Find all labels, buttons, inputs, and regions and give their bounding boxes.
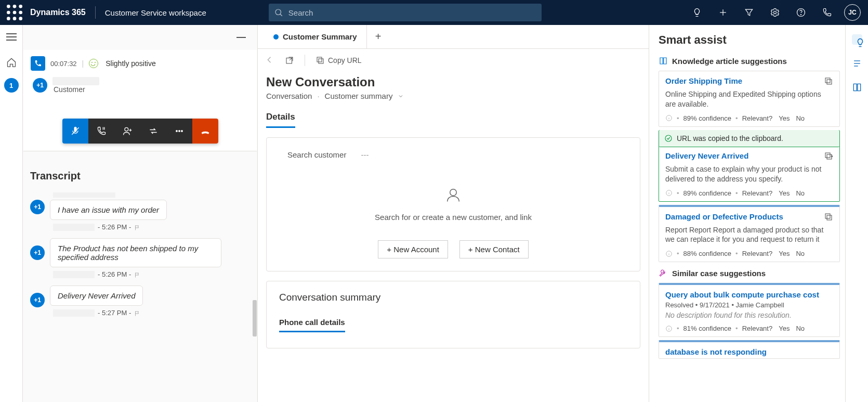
svg-point-6 <box>7 17 10 20</box>
kb-title[interactable]: Delivery Never Arrived <box>665 151 748 160</box>
kb-card-highlighted: URL was copied to the clipboard. Deliver… <box>659 130 840 202</box>
mute-button[interactable] <box>62 119 88 144</box>
svg-point-4 <box>13 11 17 15</box>
wrench-icon <box>659 268 668 278</box>
info-icon <box>665 250 673 257</box>
user-avatar[interactable]: JC <box>844 4 861 21</box>
kb-yes[interactable]: Yes <box>779 189 790 197</box>
new-account-button[interactable]: + New Account <box>378 240 448 258</box>
app-launcher-icon[interactable] <box>4 2 25 23</box>
scrollbar-thumb[interactable] <box>253 300 257 336</box>
case-no[interactable]: No <box>796 325 805 332</box>
cmd-divider <box>305 55 305 66</box>
agent-scripts-rail-icon[interactable] <box>852 58 862 69</box>
back-button[interactable] <box>265 55 274 66</box>
gear-icon[interactable] <box>763 1 787 24</box>
copy-link-icon[interactable] <box>824 151 833 162</box>
kb-relevant-label: Relevant? <box>742 114 773 122</box>
brand-label: Dynamics 365 <box>30 8 86 17</box>
consult-button[interactable] <box>114 119 140 144</box>
kb-desc: Submit a case to explain why your produc… <box>665 164 833 184</box>
tab-phone-details[interactable]: Phone call details <box>279 318 345 332</box>
case-title[interactable]: Query about bulk compute purchase cost <box>665 290 819 299</box>
person-icon <box>445 187 461 204</box>
svg-point-15 <box>801 15 801 15</box>
knowledge-rail-icon[interactable] <box>852 82 862 93</box>
global-search-input[interactable] <box>288 8 536 17</box>
breadcrumb-b[interactable]: Customer summary <box>325 92 393 100</box>
conv-header <box>23 25 257 50</box>
conv-summary-title: Conversation summary <box>279 292 627 303</box>
new-tab-button[interactable]: + <box>367 25 390 48</box>
kb-title[interactable]: Order Shipping Time <box>665 76 742 85</box>
kb-no[interactable]: No <box>796 189 805 197</box>
hold-button[interactable] <box>88 119 114 144</box>
svg-rect-41 <box>825 214 830 218</box>
search-customer-value[interactable]: --- <box>361 150 369 159</box>
global-search[interactable] <box>269 4 542 21</box>
end-call-button[interactable] <box>192 119 218 144</box>
smart-assist-rail-icon[interactable] <box>852 34 862 45</box>
copy-link-icon[interactable] <box>824 76 833 87</box>
kb-no[interactable]: No <box>796 114 805 122</box>
kb-confidence: 89% confidence <box>683 189 732 197</box>
hamburger-icon[interactable] <box>6 33 17 42</box>
kb-card: Order Shipping Time Online Shipping and … <box>659 71 840 127</box>
session-badge[interactable]: 1 <box>4 78 19 93</box>
main-scroll: New Conversation Conversation · Customer… <box>258 72 649 402</box>
copy-url-button[interactable]: Copy URL <box>311 54 366 67</box>
kb-desc: Online Shipping and Expedited Shipping o… <box>665 89 833 109</box>
tab-label: Customer Summary <box>283 32 357 41</box>
flag-icon[interactable] <box>134 224 140 230</box>
transfer-button[interactable] <box>140 119 166 144</box>
plus-icon[interactable] <box>711 1 735 24</box>
similar-case-label: Similar case suggestions <box>672 269 766 278</box>
filter-icon[interactable] <box>737 1 761 24</box>
svg-point-28 <box>450 189 457 196</box>
message-text: I have an issue with my order <box>50 200 167 220</box>
copied-banner: URL was copied to the clipboard. <box>659 130 839 147</box>
channel-phone-icon <box>31 56 45 71</box>
kb-yes[interactable]: Yes <box>779 114 790 122</box>
case-relevant-label: Relevant? <box>742 325 773 332</box>
empty-state-text: Search for or create a new customer, and… <box>375 213 532 222</box>
tab-customer-summary[interactable]: Customer Summary <box>264 25 367 48</box>
message-text: The Product has not been shipped to my s… <box>50 238 221 267</box>
kb-card: Damaged or Defective Products Report Rep… <box>659 205 840 263</box>
svg-point-3 <box>7 11 10 15</box>
right-rail <box>845 25 868 402</box>
flag-icon[interactable] <box>134 271 140 278</box>
minimize-icon[interactable] <box>236 37 246 38</box>
case-yes[interactable]: Yes <box>779 325 790 332</box>
home-icon[interactable] <box>6 57 17 68</box>
message-time: - 5:26 PM - <box>98 223 131 231</box>
sender-placeholder <box>53 192 115 198</box>
customer-name-placeholder <box>52 77 99 85</box>
case-card: Query about bulk compute purchase cost R… <box>659 283 840 337</box>
svg-point-7 <box>13 17 17 20</box>
phone-icon[interactable] <box>815 1 839 24</box>
smart-assist-panel: Smart assist Knowledge article suggestio… <box>649 25 845 402</box>
kb-no[interactable]: No <box>796 250 805 257</box>
tab-details[interactable]: Details <box>266 112 295 128</box>
popout-button[interactable] <box>281 54 298 67</box>
help-icon[interactable] <box>789 1 813 24</box>
copy-url-label: Copy URL <box>328 56 362 64</box>
svg-rect-29 <box>827 80 832 84</box>
case-title[interactable]: database is not responding <box>665 347 767 356</box>
transcript-area: Transcript +1 I have an issue with my or… <box>23 170 257 402</box>
sentiment-icon <box>89 59 98 68</box>
message-row: +1 I have an issue with my order - 5:26 … <box>30 192 250 231</box>
more-button[interactable] <box>166 119 192 144</box>
case-confidence: 81% confidence <box>683 325 732 332</box>
breadcrumb-a[interactable]: Conversation <box>266 92 312 100</box>
flag-icon[interactable] <box>134 310 140 316</box>
lightbulb-icon[interactable] <box>685 1 709 24</box>
new-contact-button[interactable]: + New Contact <box>459 240 529 258</box>
chevron-down-icon[interactable] <box>398 93 404 99</box>
smart-assist-title: Smart assist <box>659 33 840 47</box>
svg-point-9 <box>275 9 281 15</box>
copy-link-icon[interactable] <box>824 212 833 223</box>
kb-yes[interactable]: Yes <box>779 250 790 257</box>
kb-title[interactable]: Damaged or Defective Products <box>665 212 783 221</box>
